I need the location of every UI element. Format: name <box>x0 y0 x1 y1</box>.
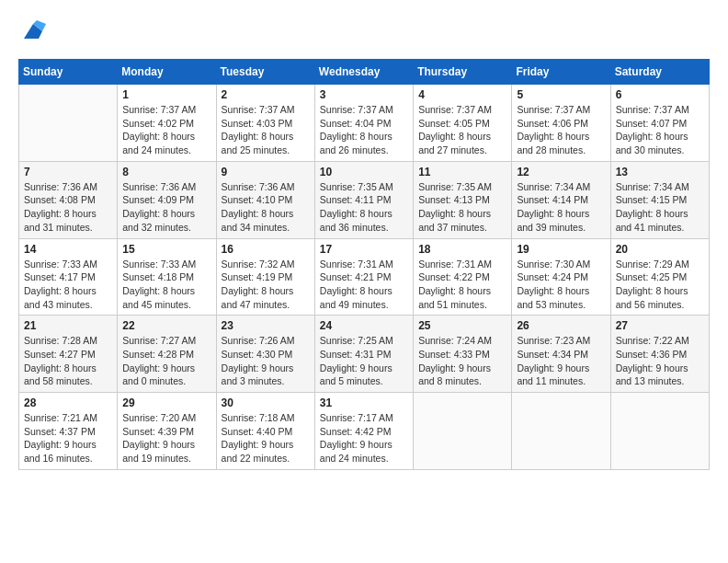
day-number: 17 <box>320 243 408 256</box>
day-info: Sunrise: 7:29 AMSunset: 4:25 PMDaylight:… <box>616 258 704 312</box>
day-info: Sunrise: 7:21 AMSunset: 4:37 PMDaylight:… <box>24 411 112 465</box>
day-info: Sunrise: 7:37 AMSunset: 4:05 PMDaylight:… <box>418 103 506 157</box>
calendar-week-row: 21Sunrise: 7:28 AMSunset: 4:27 PMDayligh… <box>19 316 710 393</box>
day-number: 20 <box>616 243 704 256</box>
calendar-cell <box>414 393 512 470</box>
day-info: Sunrise: 7:37 AMSunset: 4:03 PMDaylight:… <box>222 103 310 157</box>
calendar-week-row: 7Sunrise: 7:36 AMSunset: 4:08 PMDaylight… <box>19 161 710 238</box>
calendar-week-row: 28Sunrise: 7:21 AMSunset: 4:37 PMDayligh… <box>19 393 710 470</box>
day-info: Sunrise: 7:36 AMSunset: 4:09 PMDaylight:… <box>122 180 210 235</box>
day-info: Sunrise: 7:34 AMSunset: 4:15 PMDaylight:… <box>616 180 704 235</box>
calendar-cell: 26Sunrise: 7:23 AMSunset: 4:34 PMDayligh… <box>512 316 610 393</box>
weekday-header: Wednesday <box>314 60 413 85</box>
day-number: 28 <box>24 396 112 409</box>
day-number: 31 <box>320 396 408 409</box>
calendar-cell: 30Sunrise: 7:18 AMSunset: 4:40 PMDayligh… <box>216 393 314 470</box>
day-number: 4 <box>418 88 506 101</box>
day-number: 13 <box>616 166 704 178</box>
day-number: 8 <box>122 166 210 178</box>
day-info: Sunrise: 7:30 AMSunset: 4:24 PMDaylight:… <box>517 258 605 312</box>
calendar-cell: 14Sunrise: 7:33 AMSunset: 4:17 PMDayligh… <box>19 238 118 316</box>
calendar-week-row: 1Sunrise: 7:37 AMSunset: 4:02 PMDaylight… <box>19 85 710 162</box>
weekday-header: Monday <box>118 60 216 85</box>
day-info: Sunrise: 7:35 AMSunset: 4:13 PMDaylight:… <box>418 180 506 235</box>
day-info: Sunrise: 7:31 AMSunset: 4:21 PMDaylight:… <box>320 258 408 312</box>
calendar-cell: 7Sunrise: 7:36 AMSunset: 4:08 PMDaylight… <box>19 161 118 238</box>
day-number: 9 <box>222 166 310 178</box>
day-info: Sunrise: 7:36 AMSunset: 4:08 PMDaylight:… <box>24 180 112 235</box>
calendar-cell: 16Sunrise: 7:32 AMSunset: 4:19 PMDayligh… <box>216 238 314 316</box>
calendar-cell <box>610 393 709 470</box>
weekday-header: Friday <box>512 60 610 85</box>
calendar-cell: 27Sunrise: 7:22 AMSunset: 4:36 PMDayligh… <box>610 316 709 393</box>
page-header <box>18 18 710 44</box>
day-info: Sunrise: 7:20 AMSunset: 4:39 PMDaylight:… <box>122 411 210 465</box>
calendar-cell: 2Sunrise: 7:37 AMSunset: 4:03 PMDaylight… <box>216 85 314 162</box>
calendar-cell <box>19 85 118 162</box>
day-info: Sunrise: 7:31 AMSunset: 4:22 PMDaylight:… <box>418 258 506 312</box>
calendar-cell: 29Sunrise: 7:20 AMSunset: 4:39 PMDayligh… <box>118 393 216 470</box>
calendar-cell: 18Sunrise: 7:31 AMSunset: 4:22 PMDayligh… <box>414 238 512 316</box>
day-number: 26 <box>517 319 605 332</box>
day-info: Sunrise: 7:18 AMSunset: 4:40 PMDaylight:… <box>222 411 310 465</box>
day-number: 27 <box>616 319 704 332</box>
day-number: 10 <box>320 166 408 178</box>
calendar-cell: 31Sunrise: 7:17 AMSunset: 4:42 PMDayligh… <box>314 393 413 470</box>
day-info: Sunrise: 7:37 AMSunset: 4:07 PMDaylight:… <box>616 103 704 157</box>
calendar-cell: 19Sunrise: 7:30 AMSunset: 4:24 PMDayligh… <box>512 238 610 316</box>
calendar-cell: 12Sunrise: 7:34 AMSunset: 4:14 PMDayligh… <box>512 161 610 238</box>
day-info: Sunrise: 7:28 AMSunset: 4:27 PMDaylight:… <box>24 334 112 388</box>
day-number: 7 <box>24 166 112 178</box>
calendar-cell: 22Sunrise: 7:27 AMSunset: 4:28 PMDayligh… <box>118 316 216 393</box>
calendar-cell: 9Sunrise: 7:36 AMSunset: 4:10 PMDaylight… <box>216 161 314 238</box>
day-info: Sunrise: 7:24 AMSunset: 4:33 PMDaylight:… <box>418 334 506 388</box>
day-number: 16 <box>222 243 310 256</box>
day-number: 21 <box>24 319 112 332</box>
weekday-header: Saturday <box>610 60 709 85</box>
day-number: 19 <box>517 243 605 256</box>
calendar-cell: 21Sunrise: 7:28 AMSunset: 4:27 PMDayligh… <box>19 316 118 393</box>
day-number: 30 <box>222 396 310 409</box>
calendar-table: SundayMondayTuesdayWednesdayThursdayFrid… <box>18 59 710 470</box>
day-number: 1 <box>122 88 210 101</box>
calendar-cell: 11Sunrise: 7:35 AMSunset: 4:13 PMDayligh… <box>414 161 512 238</box>
calendar-cell: 23Sunrise: 7:26 AMSunset: 4:30 PMDayligh… <box>216 316 314 393</box>
calendar-cell: 28Sunrise: 7:21 AMSunset: 4:37 PMDayligh… <box>19 393 118 470</box>
day-number: 18 <box>418 243 506 256</box>
day-info: Sunrise: 7:27 AMSunset: 4:28 PMDaylight:… <box>122 334 210 388</box>
logo <box>18 18 46 44</box>
calendar-cell: 10Sunrise: 7:35 AMSunset: 4:11 PMDayligh… <box>314 161 413 238</box>
day-info: Sunrise: 7:22 AMSunset: 4:36 PMDaylight:… <box>616 334 704 388</box>
calendar-cell: 1Sunrise: 7:37 AMSunset: 4:02 PMDaylight… <box>118 85 216 162</box>
calendar-cell: 6Sunrise: 7:37 AMSunset: 4:07 PMDaylight… <box>610 85 709 162</box>
calendar-cell: 24Sunrise: 7:25 AMSunset: 4:31 PMDayligh… <box>314 316 413 393</box>
day-info: Sunrise: 7:34 AMSunset: 4:14 PMDaylight:… <box>517 180 605 235</box>
day-number: 15 <box>122 243 210 256</box>
day-info: Sunrise: 7:33 AMSunset: 4:17 PMDaylight:… <box>24 258 112 312</box>
day-number: 6 <box>616 88 704 101</box>
logo-icon <box>20 18 46 44</box>
day-number: 24 <box>320 319 408 332</box>
calendar-cell: 15Sunrise: 7:33 AMSunset: 4:18 PMDayligh… <box>118 238 216 316</box>
day-info: Sunrise: 7:17 AMSunset: 4:42 PMDaylight:… <box>320 411 408 465</box>
calendar-cell: 17Sunrise: 7:31 AMSunset: 4:21 PMDayligh… <box>314 238 413 316</box>
day-number: 2 <box>222 88 310 101</box>
day-info: Sunrise: 7:37 AMSunset: 4:06 PMDaylight:… <box>517 103 605 157</box>
day-number: 3 <box>320 88 408 101</box>
day-number: 29 <box>122 396 210 409</box>
day-info: Sunrise: 7:25 AMSunset: 4:31 PMDaylight:… <box>320 334 408 388</box>
calendar-cell: 20Sunrise: 7:29 AMSunset: 4:25 PMDayligh… <box>610 238 709 316</box>
day-info: Sunrise: 7:23 AMSunset: 4:34 PMDaylight:… <box>517 334 605 388</box>
day-info: Sunrise: 7:32 AMSunset: 4:19 PMDaylight:… <box>222 258 310 312</box>
calendar-header: SundayMondayTuesdayWednesdayThursdayFrid… <box>19 60 710 85</box>
day-number: 12 <box>517 166 605 178</box>
day-number: 25 <box>418 319 506 332</box>
day-info: Sunrise: 7:26 AMSunset: 4:30 PMDaylight:… <box>222 334 310 388</box>
calendar-cell: 25Sunrise: 7:24 AMSunset: 4:33 PMDayligh… <box>414 316 512 393</box>
day-number: 23 <box>222 319 310 332</box>
calendar-cell: 4Sunrise: 7:37 AMSunset: 4:05 PMDaylight… <box>414 85 512 162</box>
calendar-week-row: 14Sunrise: 7:33 AMSunset: 4:17 PMDayligh… <box>19 238 710 316</box>
weekday-header: Thursday <box>414 60 512 85</box>
day-number: 22 <box>122 319 210 332</box>
calendar-cell: 8Sunrise: 7:36 AMSunset: 4:09 PMDaylight… <box>118 161 216 238</box>
